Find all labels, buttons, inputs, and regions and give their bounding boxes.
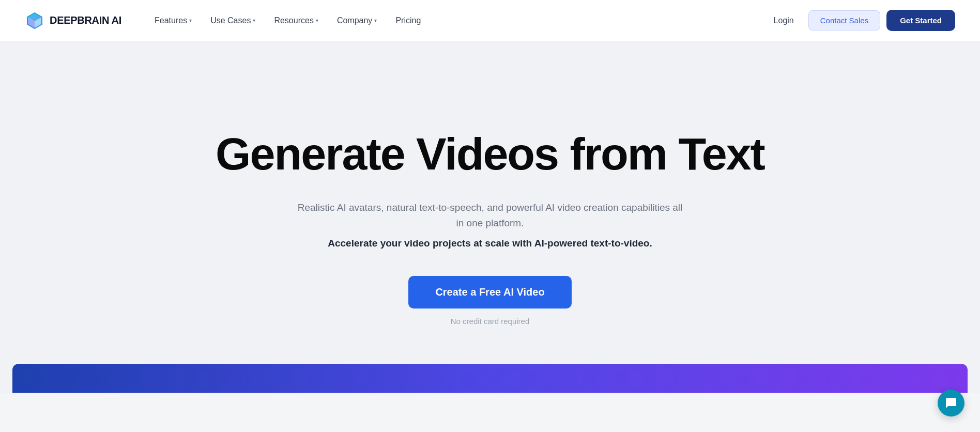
chat-icon [945,397,957,409]
login-button[interactable]: Login [765,12,802,29]
nav-actions: Login Contact Sales Get Started [765,10,955,31]
get-started-button[interactable]: Get Started [886,10,955,31]
nav-company[interactable]: Company ▾ [329,12,385,29]
logo-icon [25,11,44,30]
nav-features[interactable]: Features ▾ [146,12,200,29]
hero-subtitle: Realistic AI avatars, natural text-to-sp… [294,200,686,232]
chat-bubble-button[interactable] [938,390,964,416]
header: DEEPBRAIN AI Features ▾ Use Cases ▾ Reso… [0,0,980,41]
nav-pricing[interactable]: Pricing [387,12,429,29]
no-credit-card-text: No credit card required [451,317,530,326]
nav-use-cases[interactable]: Use Cases ▾ [202,12,264,29]
hero-title: Generate Videos from Text [216,129,764,179]
nav-resources[interactable]: Resources ▾ [266,12,326,29]
chevron-down-icon: ▾ [316,18,318,23]
main-nav: Features ▾ Use Cases ▾ Resources ▾ Compa… [146,12,765,29]
hero-subtitle-bold: Accelerate your video projects at scale … [328,236,652,251]
contact-sales-button[interactable]: Contact Sales [808,10,880,30]
chevron-down-icon: ▾ [253,18,255,23]
hero-section: Generate Videos from Text Realistic AI a… [0,41,980,393]
create-free-video-button[interactable]: Create a Free AI Video [408,276,571,308]
chevron-down-icon: ▾ [189,18,192,23]
logo[interactable]: DEEPBRAIN AI [25,11,121,30]
chevron-down-icon: ▾ [374,18,377,23]
bottom-gradient-bar [12,364,968,393]
logo-text: DEEPBRAIN AI [50,14,121,26]
